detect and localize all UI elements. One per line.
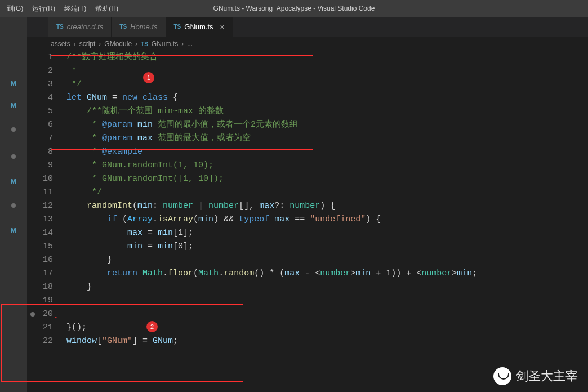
- code-line[interactable]: 11 */: [27, 186, 588, 199]
- code-line[interactable]: 15 min = min[0];: [27, 240, 588, 253]
- line-number: 22: [27, 335, 66, 348]
- code-content[interactable]: max = min[1];: [66, 226, 588, 240]
- line-number: 13: [27, 213, 66, 226]
- code-content[interactable]: * @param max 范围的最大值，或者为空: [66, 132, 588, 145]
- code-content[interactable]: /**随机一个范围 min~max 的整数: [66, 105, 588, 118]
- scm-modified-mark: M: [0, 101, 27, 109]
- code-line[interactable]: 3 */: [27, 78, 588, 91]
- line-number: 19: [27, 294, 66, 308]
- code-line[interactable]: 12 randomInt(min: number | number[], max…: [27, 199, 588, 213]
- line-number: 17: [27, 267, 66, 280]
- chevron-right-icon: ›: [74, 40, 76, 48]
- code-content[interactable]: }();: [66, 321, 588, 335]
- code-line[interactable]: 1/**数字处理相关的集合: [27, 51, 588, 64]
- code-line[interactable]: 9 * GNum.randomInt(1, 10);: [27, 159, 588, 172]
- tab-label: creator.d.ts: [67, 23, 104, 31]
- chevron-right-icon: ›: [181, 40, 184, 48]
- code-line[interactable]: 10 * GNum.randomInt([1, 10]);: [27, 172, 588, 186]
- menu-help[interactable]: 帮助(H): [91, 1, 123, 17]
- code-line[interactable]: 5 /**随机一个范围 min~max 的整数: [27, 105, 588, 118]
- code-line[interactable]: 4let GNum = new class {: [27, 91, 588, 105]
- scm-dot: [11, 127, 16, 132]
- line-number: 15: [27, 240, 66, 253]
- code-line[interactable]: 22window["GNum"] = GNum;: [27, 335, 588, 348]
- scm-dot: [11, 154, 16, 159]
- code-line[interactable]: 20▸: [27, 308, 588, 321]
- code-content[interactable]: min = min[0];: [66, 240, 588, 253]
- code-content[interactable]: *: [66, 64, 588, 78]
- code-content[interactable]: * @param min 范围的最小值，或者一个2元素的数组: [66, 118, 588, 132]
- code-line[interactable]: 18 }: [27, 280, 588, 294]
- crumb[interactable]: assets: [51, 40, 70, 48]
- line-number: 18: [27, 280, 66, 294]
- code-line[interactable]: 7 * @param max 范围的最大值，或者为空: [27, 132, 588, 145]
- code-content[interactable]: window["GNum"] = GNum;: [66, 335, 588, 348]
- menu-bar: 到(G) 运行(R) 终端(T) 帮助(H): [0, 1, 123, 17]
- line-number: 14: [27, 226, 66, 240]
- crumb[interactable]: script: [79, 40, 96, 48]
- line-number: 1: [27, 51, 66, 64]
- code-content[interactable]: */: [66, 186, 588, 199]
- line-number: 8: [27, 145, 66, 159]
- line-number: 20▸: [27, 308, 66, 321]
- breadcrumb-file[interactable]: GNum.ts: [152, 40, 178, 48]
- code-line[interactable]: 19: [27, 294, 588, 308]
- breadcrumb[interactable]: assets›script›GModule›TSGNum.ts›...: [0, 37, 588, 51]
- typescript-icon: TS: [119, 24, 127, 30]
- code-content[interactable]: return Math.floor(Math.random() * (max -…: [66, 267, 588, 280]
- chevron-right-icon: ›: [99, 40, 101, 48]
- line-number: 9: [27, 159, 66, 172]
- code-line[interactable]: 8 * @example: [27, 145, 588, 159]
- code-content[interactable]: /**数字处理相关的集合: [66, 51, 588, 64]
- typescript-icon: TS: [141, 41, 148, 47]
- typescript-icon: TS: [56, 24, 64, 30]
- minimap[interactable]: [563, 51, 588, 392]
- tab-Home-ts[interactable]: TSHome.ts: [112, 17, 166, 37]
- code-content[interactable]: * GNum.randomInt(1, 10);: [66, 159, 588, 172]
- code-line[interactable]: 16 }: [27, 253, 588, 267]
- line-number: 5: [27, 105, 66, 118]
- typescript-icon: TS: [174, 24, 181, 30]
- code-content[interactable]: let GNum = new class {: [66, 91, 588, 105]
- line-number: 7: [27, 132, 66, 145]
- chevron-right-icon: ›: [135, 40, 137, 48]
- tab-GNum-ts[interactable]: TSGNum.ts×: [166, 17, 233, 37]
- code-content[interactable]: [66, 294, 588, 308]
- code-content[interactable]: randomInt(min: number | number[], max?: …: [66, 199, 588, 213]
- scm-modified-mark: M: [0, 226, 27, 234]
- code-content[interactable]: if (Array.isArray(min) && typeof max == …: [66, 213, 588, 226]
- code-line[interactable]: 17 return Math.floor(Math.random() * (ma…: [27, 267, 588, 280]
- code-line[interactable]: 14 max = min[1];: [27, 226, 588, 240]
- code-content[interactable]: [66, 308, 588, 321]
- menu-terminal[interactable]: 终端(T): [60, 1, 91, 17]
- tab-label: GNum.ts: [184, 23, 213, 31]
- tab-creator-d-ts[interactable]: TScreator.d.ts: [48, 17, 112, 37]
- tab-label: Home.ts: [130, 23, 157, 31]
- watermark: 剑圣大主宰: [493, 367, 578, 385]
- menu-run[interactable]: 运行(R): [28, 1, 60, 17]
- code-line[interactable]: 2 *: [27, 64, 588, 78]
- line-number: 11: [27, 186, 66, 199]
- crumb[interactable]: GModule: [104, 40, 132, 48]
- code-content[interactable]: */: [66, 78, 588, 91]
- close-icon[interactable]: ×: [220, 23, 225, 32]
- code-line[interactable]: 6 * @param min 范围的最小值，或者一个2元素的数组: [27, 118, 588, 132]
- breadcrumb-trail[interactable]: ...: [187, 40, 193, 48]
- line-number: 2: [27, 64, 66, 78]
- tab-bar: TScreator.d.tsTSHome.tsTSGNum.ts×: [0, 17, 588, 37]
- line-number: 12: [27, 199, 66, 213]
- code-line[interactable]: 13 if (Array.isArray(min) && typeof max …: [27, 213, 588, 226]
- code-content[interactable]: }: [66, 253, 588, 267]
- scm-modified-mark: M: [0, 177, 27, 185]
- breakpoint-icon[interactable]: [30, 312, 35, 317]
- code-content[interactable]: * GNum.randomInt([1, 10]);: [66, 172, 588, 186]
- scm-modified-mark: M: [0, 79, 27, 87]
- code-content[interactable]: }: [66, 280, 588, 294]
- menu-goto[interactable]: 到(G): [2, 1, 28, 17]
- wechat-icon: [493, 367, 511, 385]
- code-line[interactable]: 21}();: [27, 321, 588, 335]
- code-content[interactable]: * @example: [66, 145, 588, 159]
- line-number: 3: [27, 78, 66, 91]
- editor[interactable]: 1/**数字处理相关的集合2 * 3 */4let GNum = new cla…: [27, 51, 588, 392]
- line-number: 10: [27, 172, 66, 186]
